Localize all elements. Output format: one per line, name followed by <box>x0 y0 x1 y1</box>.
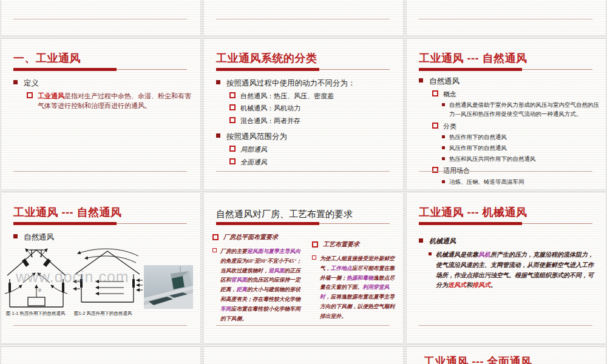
title-rule-thick <box>13 222 117 225</box>
title-rule-thick <box>216 68 319 71</box>
slide-footer-rule <box>419 171 592 172</box>
bullet-item: 全面通风 <box>229 157 398 167</box>
item-text: 定义 <box>24 78 39 89</box>
slide-layout-requirements[interactable]: 自然通风对厂房、工艺布置的要求 厂房总平面布置要求 厂房的主要迎风面与夏季主导风… <box>204 193 403 343</box>
bullet-item: 机械通风：风机动力 <box>229 103 398 113</box>
slide-natural-ventilation-figures[interactable]: 工业通风 --- 自然通风 自然通风 <box>1 193 200 343</box>
small-bullet-icon <box>212 248 217 252</box>
item-text: 概念 <box>443 89 456 99</box>
slide-prev-bottom-1[interactable] <box>1 0 200 35</box>
item-text: 自然通风 <box>24 232 54 243</box>
title-rule-thick <box>419 68 522 71</box>
item-text: 自然通风是借助于室外风力形成的风压与室内空气自然的压力—风压和热压作用促使空气流… <box>449 101 600 118</box>
item-text: 按照通风范围分为 <box>226 132 287 142</box>
slide-title: 一、工业通风 <box>13 51 195 66</box>
slide-footer-rule <box>216 171 390 172</box>
level3-bullet-icon <box>429 252 432 255</box>
item-text: 热压和风压共同作用下的自然通风 <box>449 155 536 164</box>
slide-title: 自然通风对厂房、工艺布置的要求 <box>216 209 398 220</box>
level2-bullet-icon <box>229 146 236 152</box>
bullet-item: 厂房的主要迎风面与夏季主导风向的角度应为60°至90°不宜小于45°；当风吹过建… <box>212 247 305 324</box>
slide-natural-ventilation-outline[interactable]: 工业通风 --- 自然通风 自然通风 概念 自然通风是借助于室外风力形成的风压与… <box>407 39 606 189</box>
bullet-item: 热压和风压共同作用下的自然通风 <box>442 155 600 164</box>
title-rule-thick <box>13 68 117 71</box>
bullet-item: 按照通风范围分为 <box>216 132 398 142</box>
item-text: 局部通风 <box>240 144 267 155</box>
slide-footer-rule <box>13 171 187 172</box>
bullet-item: 厂房总平面布置要求 <box>212 233 305 241</box>
level3-bullet-icon <box>442 103 445 106</box>
item-text: 按照通风过程中使用的动力不同分为： <box>226 78 356 89</box>
fig1-caption: 图 1-1 热压作用下的自然通风 <box>6 311 66 317</box>
slide-footer-rule <box>419 19 592 19</box>
bullet-item: 工业通风是指对生产过程中余热、余湿、粉尘和有害气体等进行控制和治理而进行的通风。 <box>27 91 195 111</box>
slide-footer-rule <box>216 325 390 326</box>
slide-title: 工业通风 --- 自然通风 <box>419 51 601 66</box>
level1-bullet-icon <box>216 133 220 138</box>
column-heading: 厂房总平面布置要求 <box>223 233 278 241</box>
bullet-item: 自然通风 <box>419 76 601 87</box>
level2-bullet-icon <box>229 92 236 98</box>
bullet-item: 机械通风是依靠风机所产生的压力，克服沿程的流体阻力，使气流沿风道的主、支网管流动… <box>429 250 599 291</box>
document-viewer-canvas: { "colors": { "title_red": "#b92121", "b… <box>0 0 607 364</box>
item-text: 自然通风：热压、风压、密度差 <box>240 91 334 101</box>
level2-bullet-icon <box>432 90 438 96</box>
bullet-item: 机械通风 <box>419 237 601 246</box>
slide-footer-rule <box>13 19 187 19</box>
bullet-item: 分类 <box>432 121 601 132</box>
item-text: 混合通风：两者并存 <box>240 116 300 126</box>
level2-bullet-icon <box>229 158 236 164</box>
item-text: 分类 <box>443 121 456 132</box>
paragraph-text: 厂房的主要迎风面与夏季主导风向的角度应为60°至90°不宜小于45°；当风吹过建… <box>220 247 305 324</box>
bullet-item: 混合通风：两者并存 <box>229 116 398 126</box>
slide-prev-bottom-2[interactable] <box>204 0 403 35</box>
level3-bullet-icon <box>442 180 445 183</box>
slide-title: 工业通风 --- 自然通风 <box>13 205 195 220</box>
bullet-item: 冶炼、压钢、铸造等高温车间 <box>442 178 600 187</box>
bullet-item: 自然通风 <box>13 232 195 243</box>
bullet-item: 定义 <box>13 78 195 89</box>
bullet-item: 工艺布置要求 <box>312 240 397 249</box>
item-text: 工业通风是指对生产过程中余热、余湿、粉尘和有害气体等进行控制和治理而进行的通风。 <box>38 91 195 111</box>
level3-bullet-icon <box>442 157 445 160</box>
paragraph-text: 机械通风是依靠风机所产生的压力，克服沿程的流体阻力，使气流沿风道的主、支网管流动… <box>436 250 599 291</box>
slide-mechanical-ventilation[interactable]: 工业通风 --- 机械通风 机械通风 机械通风是依靠风机所产生的压力，克服沿程的… <box>407 193 606 343</box>
slide-prev-bottom-3[interactable] <box>407 0 606 35</box>
fig2-caption: 图1-2 风压作用下的自然通风 <box>74 311 132 317</box>
slide-next-top-1[interactable] <box>1 347 200 364</box>
level1-bullet-icon <box>419 238 423 243</box>
level2-bullet-icon <box>229 117 236 123</box>
level1-bullet-icon <box>13 80 18 84</box>
level2-bullet-icon <box>432 167 438 173</box>
bullet-item: 按照通风过程中使用的动力不同分为： <box>216 78 398 89</box>
item-text: 冶炼、压钢、铸造等高温车间 <box>449 178 524 187</box>
docin-watermark: www.docin.com <box>16 268 129 286</box>
highlighted-term: 工业通风 <box>38 92 64 99</box>
item-text: 机械通风 <box>429 237 456 246</box>
bullet-item: 概念 <box>432 89 601 99</box>
level2-bullet-icon <box>229 104 236 110</box>
paragraph-text: 为使工人能直接接受室外新鲜空气，工作地点应尽可能布置在靠外墙一侧；热源和毒物逸散… <box>320 254 397 322</box>
level1-bullet-icon <box>216 80 220 84</box>
level2-bullet-icon <box>27 92 33 98</box>
level3-bullet-icon <box>442 146 445 149</box>
slide-general-ventilation-partial[interactable]: 工业通风 --- 全面通风 <box>407 347 606 364</box>
slide-ventilation-system-classification[interactable]: 工业通风系统的分类 按照通风过程中使用的动力不同分为： 自然通风：热压、风压、密… <box>204 39 403 189</box>
level2-bullet-icon <box>312 241 318 248</box>
title-rule-thick <box>419 222 522 225</box>
level2-bullet-icon <box>432 123 438 129</box>
bullet-item: 自然通风：热压、风压、密度差 <box>229 91 398 101</box>
title-rule-thick <box>216 222 319 225</box>
bullet-item: 为使工人能直接接受室外新鲜空气，工作地点应尽可能布置在靠外墙一侧；热源和毒物逸散… <box>312 254 397 322</box>
slide-title: 工业通风 --- 全面通风 <box>424 354 601 364</box>
left-column: 厂房总平面布置要求 厂房的主要迎风面与夏季主导风向的角度应为60°至90°不宜小… <box>212 233 305 324</box>
slide-industrial-ventilation-definition[interactable]: 一、工业通风 定义 工业通风是指对生产过程中余热、余湿、粉尘和有害气体等进行控制… <box>1 39 200 189</box>
item-text: 全面通风 <box>240 157 267 167</box>
level1-bullet-icon <box>419 78 423 83</box>
item-text: 热压作用下的自然通风 <box>449 133 507 142</box>
small-bullet-icon <box>312 255 316 260</box>
item-text: 风压作用下的自然通风 <box>449 144 507 153</box>
svg-text:Q: Q <box>38 288 41 292</box>
slide-next-top-2[interactable] <box>204 347 403 364</box>
level1-bullet-icon <box>13 234 18 238</box>
